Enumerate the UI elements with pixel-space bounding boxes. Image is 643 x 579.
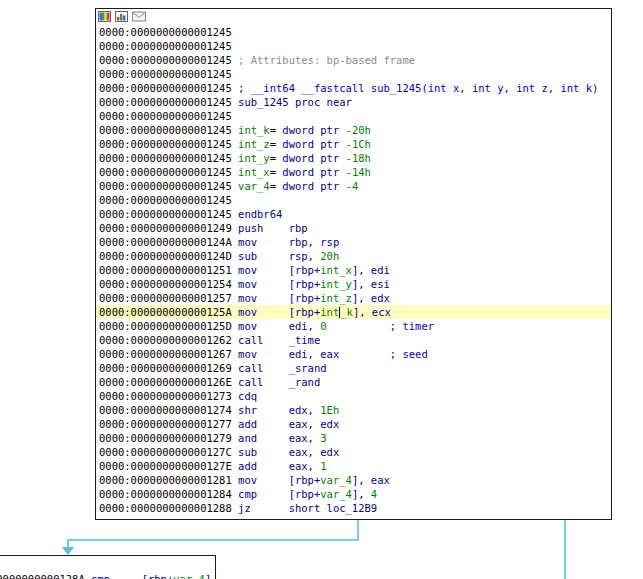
asm-token[interactable]: dword ptr bbox=[282, 180, 345, 192]
asm-line[interactable]: 0000:0000000000001245 int_y= dword ptr -… bbox=[99, 151, 611, 165]
asm-token[interactable]: ; Attributes: bp-based frame bbox=[238, 54, 415, 66]
asm-token[interactable]: var_4 bbox=[320, 488, 352, 500]
asm-token[interactable]: = bbox=[270, 152, 283, 164]
asm-line[interactable]: 0000:0000000000001249 push rbp bbox=[99, 221, 611, 235]
asm-address[interactable]: 0000:000000000000124A bbox=[99, 236, 238, 248]
asm-address[interactable]: 0000:0000000000001284 bbox=[99, 488, 238, 500]
asm-address[interactable]: 0000:0000000000001257 bbox=[99, 292, 238, 304]
asm-token[interactable]: int_z bbox=[320, 292, 352, 304]
asm-token[interactable]: int_x bbox=[320, 264, 352, 276]
asm-token[interactable]: int_z bbox=[238, 138, 270, 150]
chart-icon[interactable] bbox=[115, 11, 128, 22]
asm-address[interactable]: 0000:0000000000001245 bbox=[99, 68, 238, 80]
asm-token[interactable]: sub eax, edx bbox=[238, 446, 339, 458]
asm-token[interactable]: int_y bbox=[238, 152, 270, 164]
asm-address[interactable]: 0000:000000000000125D bbox=[99, 320, 238, 332]
asm-line[interactable]: 0000:000000000000128A cmp [rbp+var_4], 1 bbox=[0, 572, 215, 579]
asm-token[interactable]: _k bbox=[340, 306, 353, 318]
asm-address[interactable]: 0000:000000000000125A bbox=[99, 306, 238, 318]
asm-token[interactable]: mov edi, bbox=[238, 320, 320, 332]
asm-token[interactable]: push rbp bbox=[238, 222, 308, 234]
asm-token[interactable]: mov [rbp+ bbox=[238, 474, 320, 486]
asm-line[interactable]: 0000:0000000000001251 mov [rbp+int_x], e… bbox=[99, 263, 611, 277]
asm-address[interactable]: 0000:000000000000127E bbox=[99, 460, 238, 472]
asm-token[interactable]: endbr64 bbox=[238, 208, 282, 220]
asm-line[interactable]: 0000:0000000000001281 mov [rbp+var_4], e… bbox=[99, 473, 611, 487]
asm-line[interactable]: 0000:0000000000001257 mov [rbp+int_z], e… bbox=[99, 291, 611, 305]
asm-token[interactable]: dword ptr bbox=[282, 124, 345, 136]
asm-address[interactable]: 0000:0000000000001245 bbox=[99, 208, 238, 220]
asm-token[interactable]: int bbox=[320, 306, 339, 318]
asm-token[interactable]: = bbox=[270, 138, 283, 150]
asm-token[interactable]: = bbox=[270, 180, 283, 192]
asm-line[interactable]: 0000:000000000000127E add eax, 1 bbox=[99, 459, 611, 473]
basic-block-node-child[interactable]: 0000:000000000000128A cmp [rbp+var_4], 1 bbox=[0, 555, 216, 579]
asm-address[interactable]: 0000:0000000000001245 bbox=[99, 138, 238, 150]
asm-token[interactable]: sub_1245 proc near bbox=[238, 96, 352, 108]
asm-token[interactable]: -1Ch bbox=[346, 138, 371, 150]
asm-line[interactable]: 0000:000000000000125A mov [rbp+int_k], e… bbox=[96, 305, 611, 319]
asm-token[interactable]: = bbox=[270, 124, 283, 136]
asm-token[interactable]: call _time bbox=[238, 334, 320, 346]
asm-address[interactable]: 0000:000000000000128A bbox=[0, 573, 91, 579]
asm-line[interactable]: 0000:000000000000127C sub eax, edx bbox=[99, 445, 611, 459]
asm-line[interactable]: 0000:000000000000125D mov edi, 0 ; timer bbox=[99, 319, 611, 333]
asm-token[interactable]: ], edx bbox=[352, 292, 390, 304]
asm-address[interactable]: 0000:0000000000001245 bbox=[99, 96, 238, 108]
asm-address[interactable]: 0000:0000000000001279 bbox=[99, 432, 238, 444]
asm-address[interactable]: 0000:000000000000124D bbox=[99, 250, 238, 262]
asm-token[interactable]: ], esi bbox=[352, 278, 390, 290]
asm-address[interactable]: 0000:0000000000001274 bbox=[99, 404, 238, 416]
asm-address[interactable]: 0000:0000000000001251 bbox=[99, 264, 238, 276]
asm-token[interactable]: int_x bbox=[238, 166, 270, 178]
asm-token[interactable]: ; timer bbox=[327, 320, 434, 332]
asm-line[interactable]: 0000:0000000000001245 bbox=[99, 39, 611, 53]
envelope-icon[interactable] bbox=[132, 11, 146, 22]
asm-token[interactable]: 1 bbox=[320, 460, 326, 472]
asm-address[interactable]: 0000:0000000000001245 bbox=[99, 152, 238, 164]
asm-address[interactable]: 0000:0000000000001245 bbox=[99, 166, 238, 178]
asm-line[interactable]: 0000:0000000000001245 int_z= dword ptr -… bbox=[99, 137, 611, 151]
asm-token[interactable]: 1Eh bbox=[320, 404, 339, 416]
asm-line[interactable]: 0000:0000000000001262 call _time bbox=[99, 333, 611, 347]
asm-token[interactable]: ], ecx bbox=[353, 306, 391, 318]
graph-view-canvas[interactable]: { "colors": { "k": "#000000", "b": "#000… bbox=[0, 0, 643, 579]
basic-block-node[interactable]: 0000:0000000000001245 0000:0000000000001… bbox=[95, 8, 612, 520]
asm-token[interactable]: mov rbp, rsp bbox=[238, 236, 339, 248]
asm-token[interactable]: int_k bbox=[238, 124, 270, 136]
asm-line[interactable]: 0000:0000000000001267 mov edi, eax ; see… bbox=[99, 347, 611, 361]
asm-token[interactable]: and eax, bbox=[238, 432, 320, 444]
asm-address[interactable]: 0000:0000000000001267 bbox=[99, 348, 238, 360]
asm-token[interactable]: = bbox=[270, 166, 283, 178]
asm-token[interactable]: -20h bbox=[346, 124, 371, 136]
asm-token[interactable]: ], bbox=[205, 573, 215, 579]
asm-address[interactable]: 0000:0000000000001277 bbox=[99, 418, 238, 430]
asm-address[interactable]: 0000:0000000000001273 bbox=[99, 390, 238, 402]
asm-address[interactable]: 0000:0000000000001249 bbox=[99, 222, 238, 234]
asm-line[interactable]: 0000:000000000000124D sub rsp, 20h bbox=[99, 249, 611, 263]
asm-token[interactable]: -4 bbox=[346, 180, 359, 192]
asm-line[interactable]: 0000:0000000000001245 bbox=[99, 193, 611, 207]
asm-line[interactable]: 0000:0000000000001245 sub_1245 proc near bbox=[99, 95, 611, 109]
asm-address[interactable]: 0000:0000000000001245 bbox=[99, 54, 238, 66]
node-color-palette-icon[interactable] bbox=[98, 11, 111, 22]
asm-token[interactable]: var_4 bbox=[238, 180, 270, 192]
asm-token[interactable]: ; __int64 __fastcall sub_1245(int x, int… bbox=[238, 82, 598, 94]
asm-line[interactable]: 0000:0000000000001254 mov [rbp+int_y], e… bbox=[99, 277, 611, 291]
asm-token[interactable]: -18h bbox=[346, 152, 371, 164]
asm-token[interactable]: ], edi bbox=[352, 264, 390, 276]
asm-token[interactable]: mov edi, eax bbox=[238, 348, 339, 360]
asm-line[interactable]: 0000:0000000000001288 jz short loc_12B9 bbox=[99, 501, 611, 515]
asm-address[interactable]: 0000:0000000000001269 bbox=[99, 362, 238, 374]
asm-address[interactable]: 0000:0000000000001245 bbox=[99, 26, 238, 38]
asm-token[interactable]: call _rand bbox=[238, 376, 320, 388]
asm-line[interactable]: 0000:0000000000001245 ; Attributes: bp-b… bbox=[99, 53, 611, 67]
asm-address[interactable]: 0000:000000000000127C bbox=[99, 446, 238, 458]
asm-address[interactable]: 0000:0000000000001245 bbox=[99, 180, 238, 192]
asm-line[interactable]: 0000:0000000000001245 ; __int64 __fastca… bbox=[99, 81, 611, 95]
asm-token[interactable]: var_4 bbox=[173, 573, 205, 579]
asm-token[interactable]: cmp [rbp+ bbox=[238, 488, 320, 500]
asm-token[interactable]: -14h bbox=[346, 166, 371, 178]
asm-token[interactable]: dword ptr bbox=[282, 152, 345, 164]
asm-token[interactable]: ], bbox=[352, 488, 371, 500]
